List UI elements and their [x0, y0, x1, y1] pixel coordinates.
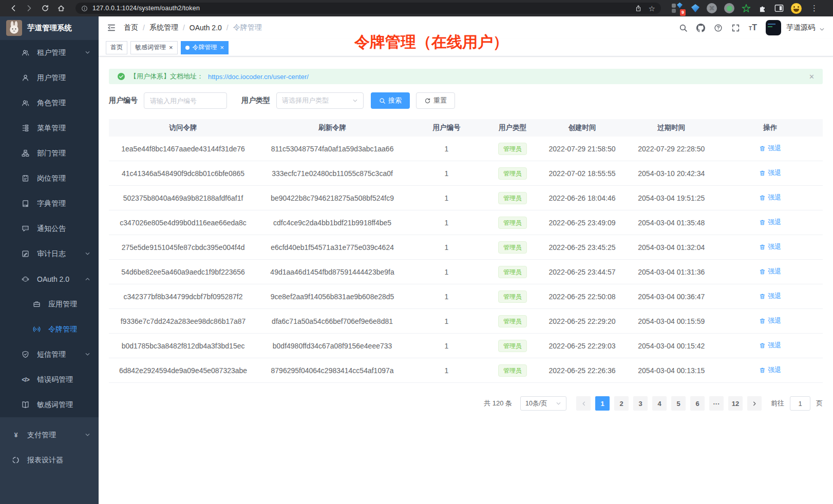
browser-home-icon[interactable] — [57, 4, 65, 12]
browser-back-icon[interactable] — [9, 4, 17, 12]
sidebar-item-5[interactable]: 岗位管理 — [0, 166, 99, 191]
app-logo-bar[interactable]: 芋道管理系统 — [0, 16, 99, 39]
tab-1[interactable]: 敏感词管理× — [130, 41, 178, 54]
sidebar-item-8[interactable]: 审计日志 — [0, 241, 99, 266]
prev-page-button[interactable] — [576, 396, 591, 411]
refresh-token-text: 49d1aa46d1454fbd87591444423be9fa — [270, 268, 394, 276]
browser-forward-icon[interactable] — [25, 4, 33, 12]
username: 芋道源码 — [786, 23, 815, 32]
force-logout-label: 强退 — [768, 144, 781, 153]
gem-extension-icon[interactable] — [691, 4, 699, 12]
split-screen-icon[interactable] — [774, 4, 784, 13]
page-button-4[interactable]: 4 — [652, 396, 667, 411]
font-size-icon[interactable]: TT — [749, 23, 757, 32]
goto-page-input[interactable] — [790, 396, 810, 411]
force-logout-button[interactable]: 强退 — [759, 218, 781, 227]
breadcrumb-item[interactable]: OAuth 2.0 — [190, 24, 222, 32]
force-logout-button[interactable]: 强退 — [759, 316, 781, 325]
share-icon[interactable] — [635, 5, 642, 12]
force-logout-button[interactable]: 强退 — [759, 292, 781, 301]
sidebar-item-10[interactable]: 应用管理 — [0, 292, 99, 317]
address-bar[interactable]: 127.0.0.1:1024/system/oauth2/token ☆ — [75, 3, 661, 14]
tab-0[interactable]: 首页 — [106, 41, 127, 54]
sidebar-item-15[interactable]: ¥支付管理 — [0, 422, 99, 448]
force-logout-button[interactable]: 强退 — [759, 193, 781, 202]
github-icon[interactable] — [696, 24, 705, 32]
password-extension-icon[interactable]: 9 — [671, 2, 684, 14]
page-button-5[interactable]: 5 — [671, 396, 686, 411]
pagination-total: 共 120 条 — [484, 399, 512, 408]
force-logout-button[interactable]: 强退 — [759, 168, 781, 178]
browser-reload-icon[interactable] — [41, 4, 49, 12]
page-button-1[interactable]: 1 — [595, 396, 610, 411]
page-button-3[interactable]: 3 — [633, 396, 648, 411]
force-logout-label: 强退 — [768, 218, 781, 227]
bookmark-star-icon[interactable]: ☆ — [649, 5, 655, 12]
force-logout-button[interactable]: 强退 — [759, 267, 781, 276]
star-extension-icon[interactable] — [742, 4, 751, 13]
extensions-puzzle-icon[interactable] — [758, 4, 767, 13]
user-type-select[interactable]: 请选择用户类型 — [276, 92, 364, 109]
breadcrumb-item[interactable]: 系统管理 — [149, 23, 178, 32]
tab-2[interactable]: 令牌管理× — [181, 41, 229, 54]
sidebar-collapse-icon[interactable] — [107, 23, 116, 32]
help-icon[interactable] — [714, 24, 723, 32]
page-button-12[interactable]: 12 — [728, 396, 743, 411]
sidebar-item-16[interactable]: 报表设计器 — [0, 448, 99, 473]
profile-avatar[interactable] — [791, 3, 802, 14]
created-time-text: 2022-06-25 23:49:09 — [549, 219, 616, 227]
table-row: 275e5de9151045fe87cbdc395e004f4d e6cfd40… — [109, 235, 823, 260]
sidebar-item-0[interactable]: 租户管理 — [0, 40, 99, 65]
column-header: 创建时间 — [539, 123, 625, 132]
sidebar-item-label: 支付管理 — [27, 431, 78, 440]
sidebar-item-label: 字典管理 — [37, 199, 99, 208]
breadcrumb-item[interactable]: 首页 — [124, 23, 138, 32]
force-logout-button[interactable]: 强退 — [759, 341, 781, 350]
trash-icon — [759, 367, 766, 374]
sidebar-item-4[interactable]: 部门管理 — [0, 141, 99, 166]
sidebar-item-13[interactable]: </>错误码管理 — [0, 367, 99, 392]
force-logout-button[interactable]: 强退 — [759, 365, 781, 375]
reset-button[interactable]: 重置 — [416, 92, 455, 109]
alert-close-icon[interactable]: ✕ — [809, 73, 815, 81]
force-logout-button[interactable]: 强退 — [759, 242, 781, 251]
page-size-select[interactable]: 10条/页 — [520, 396, 566, 411]
access-token-text: 54d6be82ee5a460a9aedc1f9bf223656 — [121, 268, 245, 276]
chevron-down-icon[interactable] — [819, 27, 825, 32]
page-button-6[interactable]: 6 — [690, 396, 705, 411]
record-extension-icon[interactable] — [724, 3, 734, 13]
search-icon[interactable] — [679, 24, 688, 32]
browser-menu-icon[interactable]: ⋮ — [809, 4, 820, 13]
doc-link[interactable]: https://doc.iocoder.cn/user-center/ — [208, 73, 309, 81]
command-extension-icon[interactable]: ⌘ — [707, 3, 717, 13]
sidebar-item-14[interactable]: 敏感词管理 — [0, 392, 99, 417]
user-id-text: 1 — [445, 219, 449, 227]
fullscreen-icon[interactable] — [731, 24, 740, 32]
user-id-input[interactable] — [144, 92, 227, 109]
breadcrumb-separator: / — [226, 24, 229, 32]
tab-close-icon[interactable]: × — [169, 44, 173, 51]
user-id-text: 1 — [445, 268, 449, 276]
sidebar-item-9[interactable]: OAuth 2.0 — [0, 266, 99, 292]
search-button[interactable]: 搜索 — [371, 92, 410, 109]
page-button-2[interactable]: 2 — [614, 396, 629, 411]
force-logout-button[interactable]: 强退 — [759, 144, 781, 153]
sidebar-item-11[interactable]: 令牌管理 — [0, 317, 99, 342]
user-avatar[interactable] — [766, 20, 781, 35]
table-row: 54d6be82ee5a460a9aedc1f9bf223656 49d1aa4… — [109, 260, 823, 284]
next-page-button[interactable] — [747, 396, 762, 411]
force-logout-label: 强退 — [768, 341, 781, 350]
column-header: 过期时间 — [625, 123, 718, 132]
sidebar-item-12[interactable]: 短信管理 — [0, 342, 99, 367]
page-info-icon[interactable] — [81, 5, 88, 12]
sidebar-item-6[interactable]: 字典管理 — [0, 191, 99, 216]
user-type-badge: 管理员 — [498, 266, 527, 278]
trash-icon — [759, 170, 766, 177]
sidebar-item-1[interactable]: 用户管理 — [0, 65, 99, 90]
sidebar-item-3[interactable]: 菜单管理 — [0, 115, 99, 141]
tab-close-icon[interactable]: × — [220, 44, 224, 51]
sidebar-item-7[interactable]: 通知公告 — [0, 216, 99, 241]
pagination-ellipsis[interactable]: ··· — [709, 396, 724, 411]
expire-time-text: 2054-03-04 00:15:42 — [638, 342, 705, 350]
sidebar-item-2[interactable]: 角色管理 — [0, 90, 99, 115]
